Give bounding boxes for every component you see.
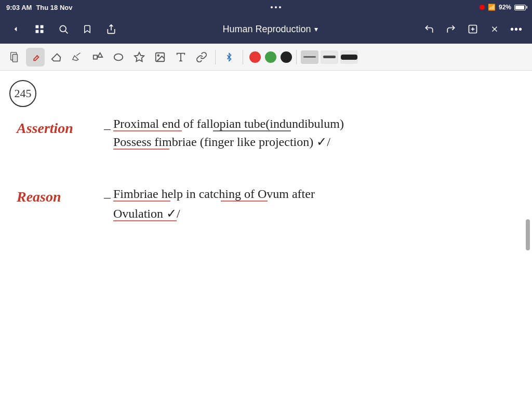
add-page-button[interactable] (463, 20, 482, 38)
shapes-tool[interactable] (88, 48, 107, 66)
reason-line1: Fimbriae help in catching of Ovum after (113, 187, 315, 201)
svg-rect-2 (36, 30, 39, 33)
document-title: Human Reproduction (222, 24, 311, 35)
date-display: Thu 18 Nov (36, 4, 72, 11)
battery-fill (515, 6, 524, 9)
navigation-bar: Human Reproduction ▾ ••• (0, 15, 532, 44)
reason-line2: Ovulation ✓/ (113, 207, 180, 220)
dot1 (271, 6, 273, 8)
highlighter-tool[interactable] (68, 48, 86, 66)
redo-button[interactable] (442, 20, 460, 38)
text-tool[interactable] (171, 48, 190, 66)
bookmark-button[interactable] (78, 20, 97, 38)
svg-line-5 (65, 31, 68, 34)
status-center (271, 6, 281, 8)
image-tool[interactable] (151, 48, 169, 66)
svg-marker-18 (135, 52, 144, 61)
assertion-dash-text: – (103, 121, 111, 136)
wifi-icon: 📶 (488, 4, 496, 11)
close-button[interactable] (485, 20, 504, 38)
nav-title-area[interactable]: Human Reproduction ▾ (126, 24, 415, 35)
svg-rect-0 (36, 25, 39, 29)
assertion-line2: Possess fimbriae (finger like projection… (113, 135, 330, 149)
svg-rect-15 (94, 55, 97, 59)
status-left: 9:03 AM Thu 18 Nov (6, 4, 72, 11)
handwriting-layer: Assertion – Proximal end of fallopian tu… (0, 71, 532, 399)
side-scroll-indicator[interactable] (526, 219, 530, 250)
dot2 (275, 6, 277, 8)
toolbar (0, 44, 532, 71)
dropdown-icon: ▾ (314, 25, 318, 33)
separator1 (215, 50, 216, 64)
separator2 (243, 50, 243, 64)
green-color-button[interactable] (265, 51, 276, 63)
grid-button[interactable] (30, 20, 49, 38)
separator3 (296, 50, 297, 64)
status-bar: 9:03 AM Thu 18 Nov 📶 92% (0, 0, 532, 15)
svg-point-20 (157, 55, 159, 56)
svg-rect-3 (41, 30, 44, 33)
assertion-line1: Proximal end of fallopian tube(indundibu… (113, 117, 344, 130)
medium-stroke-button[interactable] (321, 50, 338, 64)
bluetooth-icon[interactable] (220, 48, 238, 66)
time-display: 9:03 AM (6, 4, 32, 11)
battery-percent: 92% (499, 4, 511, 11)
page-number: 245 (9, 80, 36, 107)
back-button[interactable] (6, 20, 25, 38)
nav-right-controls: ••• (420, 20, 526, 38)
more-button[interactable]: ••• (507, 20, 526, 38)
dot3 (279, 6, 281, 8)
pen-tool[interactable] (26, 48, 45, 66)
svg-marker-16 (98, 52, 102, 57)
star-tool[interactable] (130, 48, 149, 66)
black-color-button[interactable] (281, 51, 292, 63)
eraser-tool[interactable] (47, 48, 65, 66)
svg-point-17 (114, 54, 123, 60)
svg-rect-1 (41, 25, 44, 29)
share-button[interactable] (102, 20, 121, 38)
battery-icon (514, 5, 526, 10)
canvas-area[interactable]: 245 Assertion – Proximal end of fallopia… (0, 71, 532, 399)
medium-stroke-icon (323, 56, 336, 58)
svg-point-4 (60, 25, 66, 32)
thin-stroke-button[interactable] (301, 50, 318, 64)
status-right: 📶 92% (480, 4, 526, 11)
svg-line-14 (76, 52, 80, 56)
thick-stroke-button[interactable] (340, 50, 358, 64)
undo-button[interactable] (420, 20, 438, 38)
search-button[interactable] (54, 20, 73, 38)
thin-stroke-icon (303, 56, 316, 58)
document-tool[interactable] (5, 48, 24, 66)
red-color-button[interactable] (249, 51, 261, 63)
reason-dash-text: – (103, 190, 111, 205)
link-tool[interactable] (192, 48, 211, 66)
record-indicator (480, 5, 485, 10)
thick-stroke-icon (341, 55, 357, 60)
lasso-tool[interactable] (109, 48, 128, 66)
assertion-text: Assertion (16, 120, 73, 136)
svg-rect-13 (12, 54, 17, 62)
reason-text: Reason (16, 189, 61, 205)
